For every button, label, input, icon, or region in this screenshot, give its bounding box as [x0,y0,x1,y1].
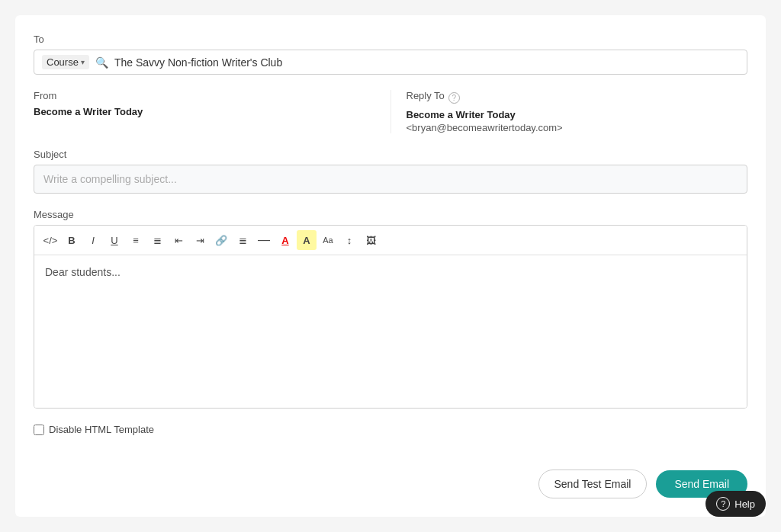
toolbar-indent-increase-btn[interactable]: ⇥ [190,230,210,250]
help-fab[interactable]: ? Help [705,491,766,517]
help-fab-label: Help [734,498,755,510]
course-badge[interactable]: Course ▾ [42,55,89,69]
toolbar-image-btn[interactable]: 🖼 [361,230,381,250]
toolbar-indent-decrease-btn[interactable]: ⇤ [169,230,188,250]
help-fab-icon: ? [716,497,730,511]
send-test-email-button[interactable]: Send Test Email [538,470,648,498]
reply-to-email: <bryan@becomeawritertoday.com> [407,122,748,133]
editor-body-text: Dear students... [45,266,121,278]
to-input[interactable] [114,56,739,69]
from-label: From [34,90,375,101]
toolbar-align-btn[interactable]: ≣ [233,230,252,250]
toolbar-underline-btn[interactable]: U [104,230,124,250]
editor-toolbar: </> B I U ≡ ≣ ⇤ ⇥ 🔗 ≣ — A A Aa ↕ 🖼 [34,226,747,255]
toolbar-hr-btn[interactable]: — [254,230,274,250]
toolbar-bold-btn[interactable]: B [62,230,82,250]
toolbar-highlight-btn[interactable]: A [297,230,317,250]
message-section: Message </> B I U ≡ ≣ ⇤ ⇥ 🔗 ≣ — A A Aa ↕… [34,209,747,409]
toolbar-font-color-btn[interactable]: A [275,230,295,250]
editor-wrapper: </> B I U ≡ ≣ ⇤ ⇥ 🔗 ≣ — A A Aa ↕ 🖼 Dear … [34,225,747,409]
to-label: To [34,34,747,45]
editor-body[interactable]: Dear students... [34,255,747,408]
reply-to-label: Reply To [407,90,445,101]
course-badge-arrow: ▾ [81,58,85,66]
toolbar-list-ordered-btn[interactable]: ≣ [147,230,167,250]
reply-to-column: Reply To ? Become a Writer Today <bryan@… [390,90,748,133]
subject-input[interactable] [34,165,747,194]
disable-html-row: Disable HTML Template [34,424,747,435]
from-name: Become a Writer Today [34,106,375,117]
disable-html-checkbox[interactable] [34,425,44,435]
toolbar-font-size-btn[interactable]: Aa [318,230,338,250]
message-label: Message [34,209,747,220]
toolbar-line-height-btn[interactable]: ↕ [339,230,359,250]
disable-html-label[interactable]: Disable HTML Template [49,424,154,435]
search-icon: 🔍 [95,56,108,69]
subject-section: Subject [34,149,747,194]
toolbar-italic-btn[interactable]: I [83,230,103,250]
reply-to-name: Become a Writer Today [407,109,748,120]
course-badge-label: Course [47,56,79,68]
to-section: To Course ▾ 🔍 [34,34,747,75]
from-reply-row: From Become a Writer Today Reply To ? Be… [34,90,747,133]
toolbar-link-btn[interactable]: 🔗 [211,230,231,250]
toolbar-list-unordered-btn[interactable]: ≡ [126,230,146,250]
toolbar-code-btn[interactable]: </> [40,230,60,250]
subject-label: Subject [34,149,747,160]
reply-to-label-row: Reply To ? [407,90,748,106]
from-column: From Become a Writer Today [34,90,390,133]
email-compose-form: To Course ▾ 🔍 From Become a Writer Today… [15,15,766,517]
to-input-row: Course ▾ 🔍 [34,50,747,75]
reply-to-help-icon[interactable]: ? [448,92,460,104]
